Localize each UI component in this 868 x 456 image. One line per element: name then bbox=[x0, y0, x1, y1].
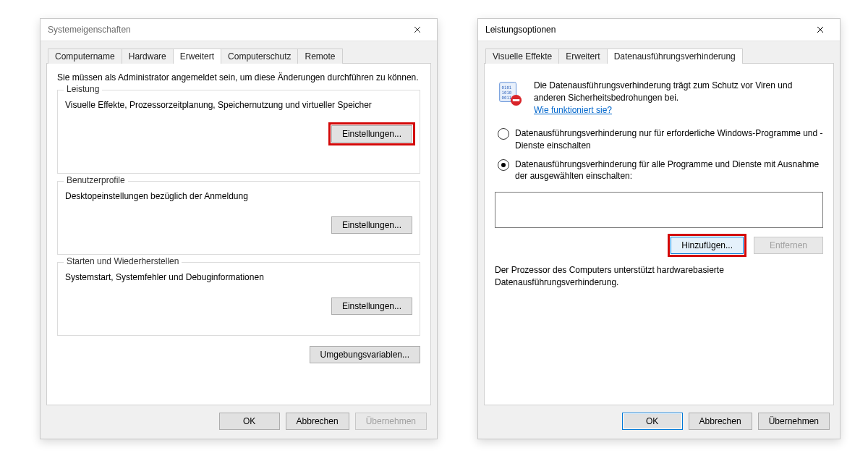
group-performance-legend: Leistung bbox=[64, 84, 102, 94]
tabpanel-dep: 0101 1010 0011 Die Datenausführungsverhi… bbox=[484, 63, 834, 405]
profiles-settings-button[interactable]: Einstellungen... bbox=[331, 216, 412, 234]
titlebar: Leistungsoptionen bbox=[478, 19, 840, 41]
admin-intro-text: Sie müssen als Administrator angemeldet … bbox=[57, 72, 420, 84]
tab-erweitert[interactable]: Erweitert bbox=[558, 48, 607, 64]
svg-text:1010: 1010 bbox=[502, 90, 512, 95]
close-button[interactable] bbox=[402, 20, 433, 39]
tab-dep[interactable]: Datenausführungsverhinderung bbox=[607, 48, 743, 64]
tabpanel-erweitert: Sie müssen als Administrator angemeldet … bbox=[46, 63, 431, 405]
tab-visuelle-effekte[interactable]: Visuelle Effekte bbox=[485, 48, 559, 64]
ok-button[interactable]: OK bbox=[622, 413, 683, 430]
dep-radio-essential[interactable]: Datenausführungsverhinderung nur für erf… bbox=[495, 127, 823, 151]
svg-text:0011: 0011 bbox=[502, 96, 512, 100]
group-profiles-legend: Benutzerprofile bbox=[64, 175, 128, 185]
startup-settings-button[interactable]: Einstellungen... bbox=[331, 297, 412, 315]
tabstrip: Visuelle Effekte Erweitert Datenausführu… bbox=[484, 47, 834, 63]
window-title: Systemeigenschaften bbox=[48, 25, 402, 35]
apply-button[interactable]: Übernehmen bbox=[758, 413, 830, 430]
radio-label: Datenausführungsverhinderung für alle Pr… bbox=[515, 159, 823, 182]
group-performance: Leistung Visuelle Effekte, Prozessorzeit… bbox=[57, 90, 420, 174]
tab-erweitert[interactable]: Erweitert bbox=[173, 48, 221, 64]
window-title: Leistungsoptionen bbox=[485, 25, 805, 35]
svg-text:0101: 0101 bbox=[502, 85, 512, 90]
remove-button[interactable]: Entfernen bbox=[754, 237, 823, 254]
group-profiles: Benutzerprofile Desktopeinstellungen bez… bbox=[57, 181, 420, 255]
radio-icon bbox=[498, 159, 509, 171]
dep-radio-all[interactable]: Datenausführungsverhinderung für alle Pr… bbox=[495, 159, 823, 182]
tab-hardware[interactable]: Hardware bbox=[122, 48, 174, 64]
group-profiles-desc: Desktopeinstellungen bezüglich der Anmel… bbox=[65, 190, 412, 202]
tab-remote[interactable]: Remote bbox=[297, 48, 342, 64]
dep-desc-text: Die Datenausführungsverhinderung trägt z… bbox=[534, 80, 792, 103]
group-startup-legend: Starten und Wiederherstellen bbox=[64, 256, 182, 266]
dep-how-link[interactable]: Wie funktioniert sie? bbox=[534, 105, 612, 115]
performance-settings-button[interactable]: Einstellungen... bbox=[331, 125, 412, 143]
tabstrip: Computername Hardware Erweitert Computer… bbox=[46, 47, 431, 63]
radio-label: Datenausführungsverhinderung nur für erf… bbox=[515, 127, 823, 151]
system-properties-window: Systemeigenschaften Computername Hardwar… bbox=[40, 18, 438, 439]
close-button[interactable] bbox=[805, 20, 835, 39]
close-icon bbox=[414, 26, 421, 33]
environment-variables-button[interactable]: Umgebungsvariablen... bbox=[310, 346, 420, 363]
group-startup: Starten und Wiederherstellen Systemstart… bbox=[57, 262, 420, 336]
dep-support-text: Der Prozessor des Computers unterstützt … bbox=[495, 264, 823, 289]
dep-shield-icon: 0101 1010 0011 bbox=[495, 80, 524, 107]
performance-options-window: Leistungsoptionen Visuelle Effekte Erwei… bbox=[477, 18, 841, 439]
dep-exceptions-list[interactable] bbox=[495, 192, 823, 228]
group-performance-desc: Visuelle Effekte, Prozessorzeitplanung, … bbox=[65, 99, 412, 111]
titlebar: Systemeigenschaften bbox=[41, 19, 437, 41]
group-startup-desc: Systemstart, Systemfehler und Debuginfor… bbox=[65, 271, 412, 283]
cancel-button[interactable]: Abbrechen bbox=[689, 413, 752, 430]
cancel-button[interactable]: Abbrechen bbox=[286, 413, 349, 430]
add-button[interactable]: Hinzufügen... bbox=[671, 237, 744, 254]
dep-intro: 0101 1010 0011 Die Datenausführungsverhi… bbox=[495, 80, 823, 116]
close-icon bbox=[817, 26, 824, 33]
tab-computername[interactable]: Computername bbox=[48, 48, 122, 64]
radio-icon bbox=[498, 128, 509, 140]
apply-button[interactable]: Übernehmen bbox=[355, 413, 427, 430]
ok-button[interactable]: OK bbox=[219, 413, 280, 430]
dep-intro-text: Die Datenausführungsverhinderung trägt z… bbox=[534, 80, 823, 116]
tab-computerschutz[interactable]: Computerschutz bbox=[221, 48, 298, 64]
svg-rect-5 bbox=[513, 99, 520, 101]
dialog-footer: OK Abbrechen Übernehmen bbox=[46, 405, 431, 433]
dialog-footer: OK Abbrechen Übernehmen bbox=[484, 405, 834, 433]
